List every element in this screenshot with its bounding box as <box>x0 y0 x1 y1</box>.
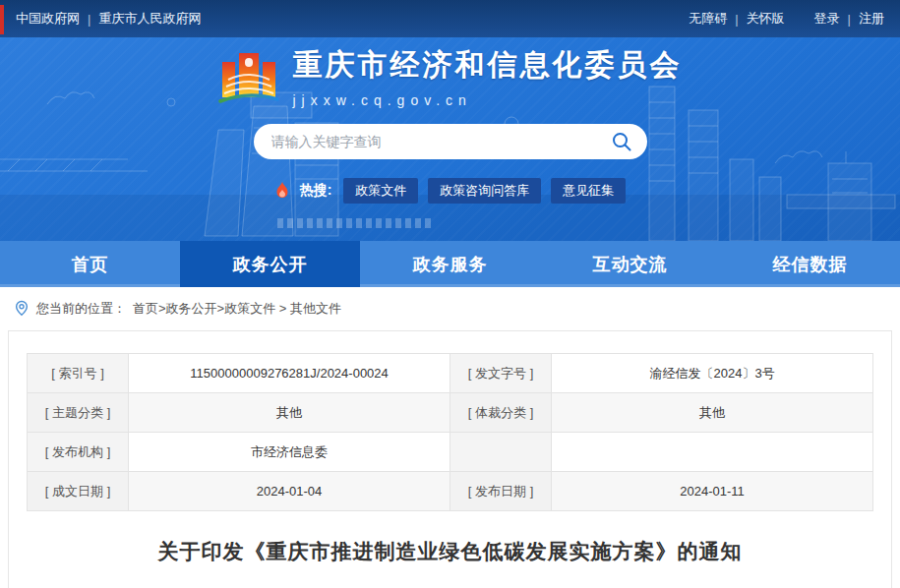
hot-search-label: 热搜: <box>300 182 332 200</box>
flame-icon <box>274 182 290 200</box>
meta-label: [ 体裁分类 ] <box>450 393 551 433</box>
accessibility-link[interactable]: 无障碍 <box>689 10 727 28</box>
site-url: jjxxw.cq.gov.cn <box>293 92 683 108</box>
topbar: 中国政府网 | 重庆市人民政府网 无障碍 | 关怀版 登录 | 注册 <box>0 0 900 37</box>
meta-value: 渝经信发〔2024〕3号 <box>552 354 873 393</box>
divider: | <box>88 12 90 27</box>
meta-value: 其他 <box>552 393 873 433</box>
location-pin-icon <box>14 300 30 318</box>
meta-value: 2024-01-11 <box>552 472 873 511</box>
content-box: [ 索引号 ] 11500000009276281J/2024-00024 [ … <box>8 330 892 588</box>
search-button[interactable] <box>602 127 641 156</box>
care-version-link[interactable]: 关怀版 <box>747 10 785 28</box>
site-logo-icon <box>218 46 279 107</box>
meta-row: [ 索引号 ] 11500000009276281J/2024-00024 [ … <box>28 354 873 393</box>
nav-tab-interaction[interactable]: 互动交流 <box>540 241 720 287</box>
hot-link-opinion[interactable]: 意见征集 <box>551 178 626 204</box>
search-bar <box>254 124 647 159</box>
meta-value: 其他 <box>129 393 450 433</box>
hot-link-policy-files[interactable]: 政策文件 <box>343 178 418 204</box>
search-input[interactable] <box>254 124 602 159</box>
search-icon <box>611 131 632 152</box>
register-link[interactable]: 注册 <box>859 10 884 28</box>
banner: 重庆市经济和信息化委员会 jjxxw.cq.gov.cn 热搜: 政策文件 政策… <box>0 37 900 241</box>
breadcrumb-prefix: 您当前的位置： <box>36 300 126 318</box>
hot-search: 热搜: 政策文件 政策咨询问答库 意见征集 <box>0 178 900 204</box>
nav-tab-home[interactable]: 首页 <box>0 241 180 287</box>
breadcrumb: 您当前的位置： 首页>政务公开>政策文件 > 其他文件 <box>14 300 900 318</box>
login-link[interactable]: 登录 <box>814 10 840 28</box>
meta-label <box>450 433 551 472</box>
meta-label: [ 主题分类 ] <box>28 393 129 433</box>
nav-tab-gov-services[interactable]: 政务服务 <box>360 241 540 287</box>
doc-meta-table: [ 索引号 ] 11500000009276281J/2024-00024 [ … <box>27 353 873 511</box>
meta-value: 11500000009276281J/2024-00024 <box>129 354 450 393</box>
topbar-right: 无障碍 | 关怀版 登录 | 注册 <box>689 10 884 28</box>
meta-row: [ 主题分类 ] 其他 [ 体裁分类 ] 其他 <box>28 393 873 433</box>
site-brand: 重庆市经济和信息化委员会 jjxxw.cq.gov.cn <box>0 37 900 108</box>
main-nav: 首页 政务公开 政务服务 互动交流 经信数据 <box>0 241 900 287</box>
link-cq-gov[interactable]: 重庆市人民政府网 <box>98 10 201 28</box>
divider: | <box>848 12 851 27</box>
article-title: 关于印发《重庆市推进制造业绿色低碳发展实施方案》的通知 <box>27 538 873 565</box>
meta-label: [ 成文日期 ] <box>28 472 129 511</box>
meta-label: [ 发布日期 ] <box>450 472 551 511</box>
meta-value: 市经济信息委 <box>129 433 450 472</box>
nav-tab-data[interactable]: 经信数据 <box>720 241 900 287</box>
left-edge-accent <box>0 5 4 34</box>
meta-label: [ 发布机构 ] <box>28 433 129 472</box>
meta-row: [ 发布机构 ] 市经济信息委 <box>28 433 873 472</box>
topbar-left: 中国政府网 | 重庆市人民政府网 <box>16 10 201 28</box>
brand-text: 重庆市经济和信息化委员会 jjxxw.cq.gov.cn <box>293 45 683 108</box>
divider: | <box>735 12 738 27</box>
site-title: 重庆市经济和信息化委员会 <box>293 45 683 86</box>
link-china-gov[interactable]: 中国政府网 <box>16 10 80 28</box>
meta-label: [ 索引号 ] <box>28 354 129 393</box>
hot-link-policy-qa[interactable]: 政策咨询问答库 <box>428 178 541 204</box>
meta-row: [ 成文日期 ] 2024-01-04 [ 发布日期 ] 2024-01-11 <box>28 472 873 511</box>
meta-label: [ 发文字号 ] <box>450 354 551 393</box>
meta-value <box>552 433 873 472</box>
nav-tab-gov-info[interactable]: 政务公开 <box>180 235 360 287</box>
breadcrumb-path[interactable]: 首页>政务公开>政策文件 > 其他文件 <box>133 300 341 318</box>
meta-value: 2024-01-04 <box>129 472 450 511</box>
